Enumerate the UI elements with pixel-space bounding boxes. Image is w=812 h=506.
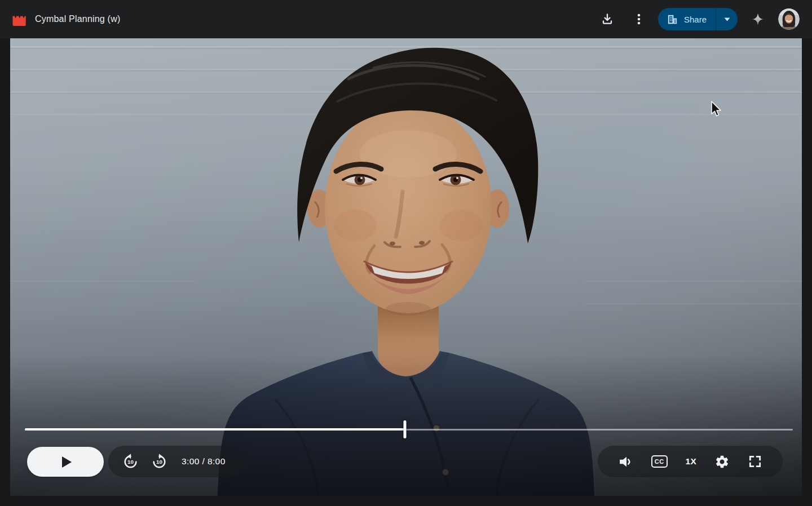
topbar: Cymbal Planning (w) [0,0,812,38]
svg-text:10: 10 [127,459,134,465]
volume-button[interactable] [618,454,633,469]
captions-icon: CC [651,455,668,468]
gear-icon [714,454,730,469]
share-split-button: Share [658,8,738,30]
video-canvas[interactable]: 10 10 3:00 / 8:00 [10,38,802,496]
topbar-left: Cymbal Planning (w) [11,12,120,27]
captions-label: CC [655,458,664,465]
download-icon [600,12,615,26]
progress-played [25,428,405,430]
download-button[interactable] [595,7,620,32]
playhead[interactable] [404,420,407,438]
share-button[interactable]: Share [658,8,716,30]
organization-icon [667,14,678,25]
svg-text:10: 10 [156,459,162,465]
play-button[interactable] [27,447,104,477]
gemini-button[interactable] [747,7,769,32]
forward-10-icon: 10 [151,453,168,471]
sparkle-icon [749,10,766,28]
vids-logo-icon[interactable] [11,12,27,27]
document-title[interactable]: Cymbal Planning (w) [35,14,120,24]
skip-forward-10-button[interactable]: 10 [151,453,168,471]
volume-icon [618,454,633,469]
settings-panel: CC 1X [598,446,783,477]
captions-button[interactable]: CC [651,455,668,468]
fullscreen-icon [748,454,762,469]
transport-panel: 10 10 3:00 / 8:00 [108,446,247,477]
progress-bar[interactable] [25,420,793,438]
share-button-label: Share [684,15,707,24]
chevron-down-icon [724,17,730,21]
settings-button[interactable] [714,454,730,469]
account-avatar[interactable] [778,8,800,30]
more-options-button[interactable] [629,7,649,32]
more-vertical-icon [632,12,646,26]
playback-speed-button[interactable]: 1X [685,456,696,467]
skip-back-10-button[interactable]: 10 [122,453,139,471]
speed-label: 1X [685,456,696,467]
mouse-cursor-icon [709,100,722,117]
fullscreen-button[interactable] [748,454,762,469]
time-display: 3:00 / 8:00 [182,456,226,467]
video-stage: 10 10 3:00 / 8:00 [10,38,802,496]
topbar-actions: Share [595,7,800,32]
share-dropdown-button[interactable] [716,8,738,30]
play-icon [62,456,72,468]
replay-10-icon: 10 [122,453,139,471]
avatar-photo [778,8,800,30]
